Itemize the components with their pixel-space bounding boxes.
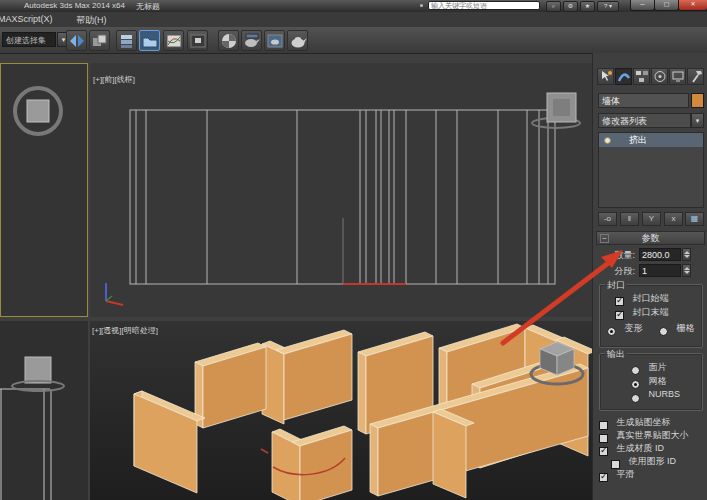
parameters-rollout-header[interactable]: − 参数 [596,231,705,245]
morph-radio-row[interactable]: 变形 [607,322,642,333]
nurbs-label: NURBS [648,389,680,399]
make-unique-button[interactable]: Y [642,212,661,226]
cap-end-checkbox[interactable] [615,311,624,320]
help-icon[interactable]: ? ▾ [597,1,619,12]
gen-mapping-coords-row[interactable]: 生成贴图坐标 [599,416,670,427]
output-group-title: 输出 [605,348,627,361]
segments-label: 分段: [607,265,635,278]
tab-motion[interactable] [651,68,668,85]
grid-radio-row[interactable]: 栅格 [659,322,694,333]
named-selection-set-combobox[interactable]: 创建选择集 [2,32,56,47]
cap-start-checkbox[interactable] [615,297,624,306]
modifier-list-arrow[interactable]: ▾ [691,113,704,128]
object-color-swatch[interactable] [691,93,704,108]
cap-end-checkbox-row[interactable]: 封口末端 [615,306,668,317]
smooth-checkbox[interactable] [599,473,608,482]
render-teapot-icon[interactable] [287,30,308,51]
menu-help[interactable]: 帮助(H) [72,14,111,27]
title-bar: Autodesk 3ds Max 2014 x64 无标题 ⌕ ⚙ ★ ? ▾ … [0,0,707,12]
amount-label: 数量: [607,249,635,262]
tab-hierarchy[interactable] [633,68,650,85]
pin-stack-button[interactable]: -o [598,212,617,226]
menu-maxscript[interactable]: MAXScript(X) [0,14,57,24]
schematic-view-icon[interactable] [187,30,208,51]
modifier-stack-entry[interactable]: 挤出 [599,133,703,147]
cap-start-checkbox-row[interactable]: 封口始端 [615,292,668,303]
patch-radio[interactable] [631,366,640,375]
amount-spinner[interactable]: 2800.0 [639,248,681,261]
front-wireframe [90,63,592,317]
use-shape-ids-row[interactable]: 使用图形 ID [611,455,676,466]
close-button[interactable]: ✕ [678,0,707,11]
grid-radio[interactable] [659,327,668,336]
use-shape-ids-label: 使用图形 ID [628,456,676,466]
modifier-label: 挤出 [629,133,647,147]
configure-modifier-sets-button[interactable]: ▦ [685,212,704,226]
star-icon[interactable]: ★ [580,1,595,12]
restore-button[interactable]: ▢ [654,0,679,11]
mesh-radio-row[interactable]: 网格 [631,375,666,386]
render-setup-icon[interactable] [241,30,262,51]
material-editor-icon[interactable] [218,30,239,51]
modifier-enabled-bulb-icon[interactable] [604,137,611,144]
patch-radio-row[interactable]: 面片 [631,361,666,372]
mirror-icon[interactable] [66,30,87,51]
tab-utilities[interactable] [687,68,704,85]
nurbs-radio-row[interactable]: NURBS [631,389,680,400]
morph-label: 变形 [624,323,642,333]
real-world-map-label: 真实世界贴图大小 [616,430,688,440]
cap-group-title: 封口 [605,279,627,292]
amount-spinner-arrows[interactable] [682,248,691,261]
modifier-stack[interactable]: 挤出 [598,132,704,208]
tab-display[interactable] [669,68,686,85]
segments-spinner[interactable]: 1 [639,264,681,277]
wrench-icon[interactable]: ⚙ [563,1,578,12]
viewport-top-left[interactable] [0,63,88,317]
cap-start-label: 封口始端 [632,293,668,303]
gen-material-ids-checkbox[interactable] [599,447,608,456]
object-name-field[interactable]: 墙体 [598,93,689,108]
rendered-frame-icon[interactable] [264,30,285,51]
search-icon[interactable]: ⌕ [546,1,561,12]
smooth-row[interactable]: 平滑 [599,468,634,479]
document-title: 无标题 [136,1,160,12]
morph-radio[interactable] [607,327,616,336]
walls-3d-render [90,321,592,500]
mesh-label: 网格 [648,376,666,386]
curve-editor-icon[interactable] [163,30,184,51]
patch-label: 面片 [648,362,666,372]
viewport-front[interactable]: [+][前][线框] [90,63,592,317]
remove-modifier-button[interactable]: x [664,212,683,226]
app-title: Autodesk 3ds Max 2014 x64 [24,1,125,10]
gen-material-ids-row[interactable]: 生成材质 ID [599,442,664,453]
folder-toggle-icon[interactable] [139,30,160,51]
gen-mapping-coords-label: 生成贴图坐标 [616,417,670,427]
real-world-map-row[interactable]: 真实世界贴图大小 [599,429,688,440]
segments-spinner-arrows[interactable] [682,264,691,277]
nurbs-radio[interactable] [631,394,640,403]
collapse-icon[interactable]: − [600,234,609,243]
main-toolbar: 创建选择集 ▾ [0,27,707,54]
gen-material-ids-label: 生成材质 ID [616,443,664,453]
parameters-rollout-title: 参数 [642,233,660,243]
mesh-radio[interactable] [631,380,640,389]
menu-bar: MAXScript(X) 帮助(H) [0,12,707,28]
layer-manager-icon[interactable] [116,30,137,51]
command-panel: 墙体 修改器列表 ▾ 挤出 -o ‖ Y x ▦ − 参数 数量: 2800.0… [592,53,707,500]
align-icon[interactable] [89,30,110,51]
left-wireframe [0,321,86,500]
viewport-perspective[interactable]: [+][透视][明暗处理] [90,321,592,500]
tab-modify[interactable] [615,68,632,85]
search-dot-icon [420,4,423,7]
modifier-list-dropdown[interactable]: 修改器列表 [598,113,691,128]
viewcube-side[interactable] [12,357,64,391]
viewcube-orthographic [1,64,87,316]
cap-end-label: 封口末端 [632,307,668,317]
world-axis-tripod [106,283,123,305]
tab-create[interactable] [597,68,614,85]
viewport-bottom-left[interactable] [0,321,88,500]
smooth-label: 平滑 [616,469,634,479]
show-end-result-button[interactable]: ‖ [620,212,639,226]
minimize-button[interactable]: ─ [630,0,655,11]
search-input[interactable] [428,1,540,10]
